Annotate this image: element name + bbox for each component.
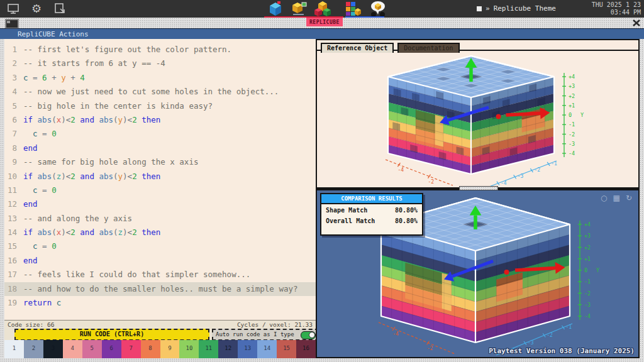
taskbar-grid-icon[interactable]: [345, 1, 361, 17]
svg-text:+4: +4: [584, 221, 591, 228]
replicube-screen: ⚙ » Replicube Theme THU 2025 1 23 03:44: [0, 0, 644, 362]
code-line[interactable]: 9-- same for big hole along the x axis: [4, 155, 316, 169]
line-number: 19: [4, 296, 17, 310]
reference-object-view[interactable]: +4+3+2+10Y-1-2-3-4-1-2-3-4-4-2: [317, 51, 638, 187]
theme-label: Replicube Theme: [494, 4, 556, 13]
svg-text:Y: Y: [580, 112, 584, 118]
clock-date: THU 2025 1 23: [592, 1, 641, 9]
palette-swatch-14[interactable]: 14: [257, 340, 277, 358]
line-number: 8: [4, 141, 17, 155]
line-number: 14: [4, 226, 17, 239]
code-line[interactable]: 18-- and how to do the smaller holes.. m…: [4, 282, 316, 296]
palette-swatch-2[interactable]: 2: [24, 340, 43, 358]
line-number: 11: [4, 184, 17, 197]
svg-text:-3: -3: [584, 302, 591, 308]
comparison-results-box: COMPARISON RESULTS Shape Match80.80%Over…: [320, 193, 423, 236]
comparison-row: Overall Match80.80%: [321, 215, 422, 226]
svg-text:-1: -1: [551, 161, 557, 167]
replicube-badge: REPLICUBE: [306, 18, 343, 26]
monitor-icon[interactable]: [6, 2, 21, 16]
palette-swatch-16[interactable]: 16: [296, 340, 316, 358]
code-editor[interactable]: 1-- first let's figure out the color pat…: [4, 39, 316, 320]
reference-panel: Reference ObjectDocumentation +4+3+2+10Y…: [316, 39, 640, 189]
autorun-option[interactable]: Auto run code as I type: [212, 329, 319, 341]
theme-chevrons: »: [486, 4, 490, 13]
palette-swatch-9[interactable]: 9: [160, 340, 180, 358]
window-menu-icon[interactable]: [5, 19, 19, 29]
palette-swatch-6[interactable]: 6: [102, 340, 121, 358]
theme-selector[interactable]: » Replicube Theme: [477, 4, 556, 13]
taskbar-cubes-trio-icon[interactable]: [314, 1, 331, 17]
code-line[interactable]: 5-- big hole in the center is kinda easy…: [4, 99, 316, 113]
code-line[interactable]: 7 c = 0: [4, 127, 316, 141]
palette-swatch-12[interactable]: 12: [218, 340, 238, 358]
reset-view-icon[interactable]: ↻: [626, 194, 632, 202]
y-axis-scale: +4+3+2+10Y-1-2-3-4: [578, 221, 599, 320]
code-line[interactable]: 16end: [4, 254, 316, 268]
svg-text:+1: +1: [569, 102, 575, 109]
comparison-row: Shape Match80.80%: [321, 204, 422, 215]
theme-swatch: [477, 6, 482, 11]
code-line[interactable]: 19return c: [4, 296, 316, 310]
tab-reference-object[interactable]: Reference Object: [321, 43, 394, 53]
code-line[interactable]: 6if abs(x)<2 and abs(y)<2 then: [4, 113, 316, 127]
code-line[interactable]: 17-- feels like I could do that simpler …: [4, 268, 316, 282]
palette-swatch-13[interactable]: 13: [238, 340, 257, 358]
window-border-right: [640, 39, 644, 358]
window-titlebar[interactable]: REPLICUBE: [0, 18, 644, 29]
editor-status-bar: Code size: 66 Cycles / voxel: 21.33: [4, 320, 316, 328]
code-line[interactable]: 1-- first let's figure out the color pat…: [4, 43, 316, 57]
line-number: 1: [4, 43, 17, 57]
code-line[interactable]: 14if abs(x)<2 and abs(z)<2 then: [4, 226, 316, 239]
code-line[interactable]: 10if abs(z)<2 and abs(y)<2 then: [4, 170, 316, 184]
svg-text:-1: -1: [584, 278, 591, 285]
svg-text:-4: -4: [569, 150, 575, 156]
close-icon[interactable]: [632, 19, 641, 27]
palette-swatch-15[interactable]: 15: [277, 340, 296, 358]
palette-swatch-3[interactable]: 3: [43, 340, 63, 358]
export-save-icon[interactable]: [53, 2, 68, 16]
reference-tabs: Reference ObjectDocumentation: [317, 40, 638, 51]
code-line[interactable]: 2-- it starts from 6 at y == -4: [4, 57, 316, 70]
svg-text:Y: Y: [596, 267, 599, 273]
palette-swatch-10[interactable]: 10: [179, 340, 199, 358]
panel-resize-handle[interactable]: [459, 186, 498, 190]
y-axis-scale: +4+3+2+10Y-1-2-3-4: [562, 73, 584, 157]
palette-swatch-11[interactable]: 11: [199, 340, 218, 358]
comparison-title: COMPARISON RESULTS: [321, 194, 422, 204]
orbit-icon[interactable]: ○: [601, 194, 607, 202]
svg-text:+2: +2: [569, 93, 575, 99]
palette-swatch-1[interactable]: 1: [4, 340, 24, 358]
window-border-left: [0, 39, 4, 358]
palette-swatch-7[interactable]: 7: [121, 340, 141, 358]
palette-swatch-5[interactable]: 5: [82, 340, 102, 358]
run-controls: RUN CODE (CTRL+R) Auto run code as I typ…: [4, 328, 316, 340]
palette-swatch-4[interactable]: 4: [63, 340, 82, 358]
svg-text:+2: +2: [584, 244, 591, 251]
run-code-button[interactable]: RUN CODE (CTRL+R): [14, 329, 209, 341]
taskbar-chat-cube-icon[interactable]: [370, 1, 386, 17]
code-line[interactable]: 8end: [4, 141, 316, 155]
line-number: 16: [4, 254, 17, 268]
code-line[interactable]: 11 c = 0: [4, 184, 316, 197]
palette-swatch-8[interactable]: 8: [141, 340, 160, 358]
autorun-toggle[interactable]: [301, 331, 316, 339]
code-line[interactable]: 13-- and along the y axis: [4, 212, 316, 226]
taskbar-blue-cube-icon[interactable]: [267, 1, 284, 17]
code-size-label: Code size: 66: [8, 321, 54, 328]
svg-text:-3: -3: [569, 141, 575, 147]
grid-icon[interactable]: ▦: [613, 194, 620, 202]
taskbar-yellow-cube-icon[interactable]: [291, 1, 307, 17]
code-line[interactable]: 3c = 6 + y + 4: [4, 71, 316, 85]
clock-time: 03:44 PM: [592, 9, 641, 16]
svg-text:-4: -4: [392, 331, 399, 337]
svg-text:0: 0: [584, 267, 587, 273]
svg-text:-3: -3: [528, 340, 534, 346]
svg-text:0: 0: [569, 112, 572, 118]
code-line[interactable]: 15 c = 0: [4, 239, 316, 253]
code-line[interactable]: 4-- now we just need to cut some holes i…: [4, 85, 316, 99]
settings-gear-icon[interactable]: ⚙: [29, 2, 44, 16]
line-number: 6: [4, 113, 17, 127]
viewport-toolbar: ○▦↻: [601, 194, 632, 202]
code-line[interactable]: 12end: [4, 197, 316, 211]
